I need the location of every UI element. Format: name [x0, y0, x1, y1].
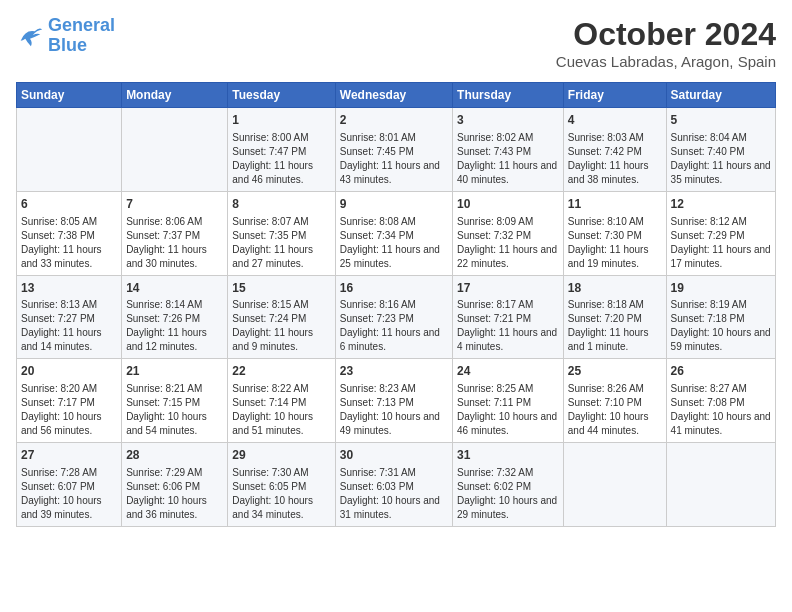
calendar-cell — [666, 443, 775, 527]
day-info: Sunset: 7:29 PM — [671, 229, 771, 243]
day-number: 4 — [568, 112, 662, 129]
weekday-header: Friday — [563, 83, 666, 108]
calendar-cell: 25Sunrise: 8:26 AMSunset: 7:10 PMDayligh… — [563, 359, 666, 443]
calendar-week-row: 27Sunrise: 7:28 AMSunset: 6:07 PMDayligh… — [17, 443, 776, 527]
day-info: Sunset: 7:27 PM — [21, 312, 117, 326]
page-header: General Blue October 2024 Cuevas Labrada… — [16, 16, 776, 70]
day-info: Daylight: 11 hours and 14 minutes. — [21, 326, 117, 354]
day-number: 13 — [21, 280, 117, 297]
day-info: Sunset: 7:30 PM — [568, 229, 662, 243]
day-number: 7 — [126, 196, 223, 213]
calendar-cell — [563, 443, 666, 527]
calendar-cell: 4Sunrise: 8:03 AMSunset: 7:42 PMDaylight… — [563, 108, 666, 192]
weekday-header-row: SundayMondayTuesdayWednesdayThursdayFrid… — [17, 83, 776, 108]
day-info: Sunrise: 8:27 AM — [671, 382, 771, 396]
day-info: Sunrise: 8:21 AM — [126, 382, 223, 396]
day-number: 1 — [232, 112, 330, 129]
day-info: Daylight: 10 hours and 31 minutes. — [340, 494, 448, 522]
day-info: Daylight: 11 hours and 43 minutes. — [340, 159, 448, 187]
day-info: Daylight: 11 hours and 40 minutes. — [457, 159, 559, 187]
day-info: Sunset: 6:06 PM — [126, 480, 223, 494]
day-info: Sunrise: 8:02 AM — [457, 131, 559, 145]
day-info: Sunrise: 7:32 AM — [457, 466, 559, 480]
day-info: Daylight: 10 hours and 49 minutes. — [340, 410, 448, 438]
calendar-cell: 24Sunrise: 8:25 AMSunset: 7:11 PMDayligh… — [453, 359, 564, 443]
calendar-cell: 28Sunrise: 7:29 AMSunset: 6:06 PMDayligh… — [122, 443, 228, 527]
day-number: 2 — [340, 112, 448, 129]
day-info: Sunrise: 8:07 AM — [232, 215, 330, 229]
day-info: Daylight: 11 hours and 12 minutes. — [126, 326, 223, 354]
calendar-cell: 13Sunrise: 8:13 AMSunset: 7:27 PMDayligh… — [17, 275, 122, 359]
day-number: 16 — [340, 280, 448, 297]
day-info: Daylight: 10 hours and 29 minutes. — [457, 494, 559, 522]
calendar-cell: 22Sunrise: 8:22 AMSunset: 7:14 PMDayligh… — [228, 359, 335, 443]
day-info: Sunset: 7:15 PM — [126, 396, 223, 410]
weekday-header: Thursday — [453, 83, 564, 108]
day-info: Sunset: 7:40 PM — [671, 145, 771, 159]
day-info: Sunset: 7:24 PM — [232, 312, 330, 326]
calendar-cell: 5Sunrise: 8:04 AMSunset: 7:40 PMDaylight… — [666, 108, 775, 192]
calendar-cell: 8Sunrise: 8:07 AMSunset: 7:35 PMDaylight… — [228, 191, 335, 275]
calendar-cell: 30Sunrise: 7:31 AMSunset: 6:03 PMDayligh… — [335, 443, 452, 527]
day-info: Sunset: 7:43 PM — [457, 145, 559, 159]
day-info: Daylight: 11 hours and 1 minute. — [568, 326, 662, 354]
day-info: Sunrise: 8:14 AM — [126, 298, 223, 312]
day-info: Daylight: 11 hours and 17 minutes. — [671, 243, 771, 271]
calendar-cell: 16Sunrise: 8:16 AMSunset: 7:23 PMDayligh… — [335, 275, 452, 359]
day-info: Sunset: 7:14 PM — [232, 396, 330, 410]
calendar-cell: 14Sunrise: 8:14 AMSunset: 7:26 PMDayligh… — [122, 275, 228, 359]
day-info: Daylight: 10 hours and 59 minutes. — [671, 326, 771, 354]
calendar-cell: 27Sunrise: 7:28 AMSunset: 6:07 PMDayligh… — [17, 443, 122, 527]
calendar-cell: 3Sunrise: 8:02 AMSunset: 7:43 PMDaylight… — [453, 108, 564, 192]
calendar-cell — [122, 108, 228, 192]
calendar-cell: 26Sunrise: 8:27 AMSunset: 7:08 PMDayligh… — [666, 359, 775, 443]
day-info: Sunrise: 8:17 AM — [457, 298, 559, 312]
day-info: Sunset: 7:20 PM — [568, 312, 662, 326]
day-info: Sunset: 7:38 PM — [21, 229, 117, 243]
calendar-cell: 2Sunrise: 8:01 AMSunset: 7:45 PMDaylight… — [335, 108, 452, 192]
day-info: Sunset: 7:11 PM — [457, 396, 559, 410]
day-info: Sunrise: 8:12 AM — [671, 215, 771, 229]
day-number: 11 — [568, 196, 662, 213]
calendar-cell: 7Sunrise: 8:06 AMSunset: 7:37 PMDaylight… — [122, 191, 228, 275]
day-number: 17 — [457, 280, 559, 297]
day-info: Daylight: 10 hours and 36 minutes. — [126, 494, 223, 522]
day-info: Sunrise: 8:13 AM — [21, 298, 117, 312]
calendar-cell: 20Sunrise: 8:20 AMSunset: 7:17 PMDayligh… — [17, 359, 122, 443]
day-info: Daylight: 10 hours and 56 minutes. — [21, 410, 117, 438]
day-info: Sunset: 7:13 PM — [340, 396, 448, 410]
day-number: 24 — [457, 363, 559, 380]
day-info: Sunrise: 8:20 AM — [21, 382, 117, 396]
day-info: Sunrise: 8:04 AM — [671, 131, 771, 145]
day-number: 30 — [340, 447, 448, 464]
title-block: October 2024 Cuevas Labradas, Aragon, Sp… — [556, 16, 776, 70]
day-number: 9 — [340, 196, 448, 213]
day-info: Sunset: 6:07 PM — [21, 480, 117, 494]
day-number: 14 — [126, 280, 223, 297]
calendar-week-row: 1Sunrise: 8:00 AMSunset: 7:47 PMDaylight… — [17, 108, 776, 192]
day-info: Sunrise: 8:00 AM — [232, 131, 330, 145]
day-info: Daylight: 10 hours and 44 minutes. — [568, 410, 662, 438]
day-number: 3 — [457, 112, 559, 129]
logo-text: General Blue — [48, 16, 115, 56]
day-number: 26 — [671, 363, 771, 380]
day-number: 22 — [232, 363, 330, 380]
day-info: Sunset: 7:32 PM — [457, 229, 559, 243]
day-info: Daylight: 10 hours and 34 minutes. — [232, 494, 330, 522]
day-info: Sunrise: 7:29 AM — [126, 466, 223, 480]
day-info: Daylight: 10 hours and 54 minutes. — [126, 410, 223, 438]
calendar-cell: 31Sunrise: 7:32 AMSunset: 6:02 PMDayligh… — [453, 443, 564, 527]
calendar-cell: 9Sunrise: 8:08 AMSunset: 7:34 PMDaylight… — [335, 191, 452, 275]
calendar-cell: 17Sunrise: 8:17 AMSunset: 7:21 PMDayligh… — [453, 275, 564, 359]
day-info: Sunrise: 8:05 AM — [21, 215, 117, 229]
day-number: 23 — [340, 363, 448, 380]
day-info: Sunset: 6:03 PM — [340, 480, 448, 494]
day-info: Sunset: 7:23 PM — [340, 312, 448, 326]
day-info: Sunset: 6:05 PM — [232, 480, 330, 494]
calendar-week-row: 13Sunrise: 8:13 AMSunset: 7:27 PMDayligh… — [17, 275, 776, 359]
calendar-week-row: 20Sunrise: 8:20 AMSunset: 7:17 PMDayligh… — [17, 359, 776, 443]
day-info: Sunset: 7:21 PM — [457, 312, 559, 326]
day-info: Sunrise: 8:23 AM — [340, 382, 448, 396]
day-number: 8 — [232, 196, 330, 213]
calendar-cell: 23Sunrise: 8:23 AMSunset: 7:13 PMDayligh… — [335, 359, 452, 443]
